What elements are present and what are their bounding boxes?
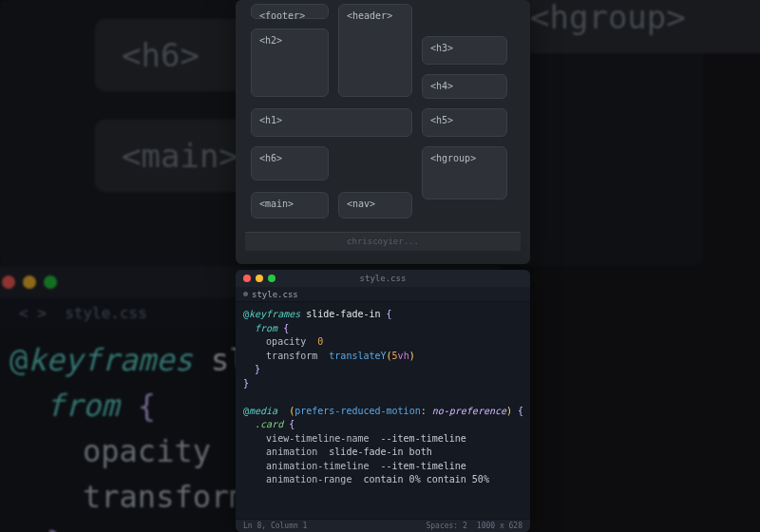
card-h6[interactable]: <h6> bbox=[251, 146, 329, 180]
preview-window[interactable]: <footer> <header> <h2> <h3> <h4> <h1> <h… bbox=[236, 0, 530, 264]
minimize-icon bbox=[23, 276, 36, 289]
status-size: 1000 x 628 bbox=[477, 522, 522, 530]
zoom-icon bbox=[44, 276, 57, 289]
close-icon bbox=[2, 276, 15, 289]
cards-canvas[interactable]: <footer> <header> <h2> <h3> <h4> <h1> <h… bbox=[245, 4, 521, 251]
zoom-icon[interactable] bbox=[268, 275, 276, 282]
card-h5[interactable]: <h5> bbox=[422, 108, 507, 137]
close-icon[interactable] bbox=[243, 275, 251, 282]
window-title: style.css bbox=[236, 274, 530, 283]
code-area[interactable]: @keyframes slide-fade-in { from { opacit… bbox=[236, 302, 530, 519]
card-h1[interactable]: <h1> bbox=[251, 108, 412, 137]
status-caret: Ln 8, Column 1 bbox=[243, 522, 307, 530]
bg-card: <hgroup> bbox=[504, 0, 760, 53]
card-hgroup[interactable]: <hgroup> bbox=[422, 146, 507, 200]
card-nav[interactable]: <nav> bbox=[338, 192, 412, 218]
address-bar[interactable]: chriscoyier... bbox=[245, 232, 521, 251]
tab-label[interactable]: style.css bbox=[252, 290, 298, 299]
card-footer[interactable]: <footer> bbox=[251, 4, 329, 19]
card-h4[interactable]: <h4> bbox=[422, 74, 507, 99]
bg-tab-label: style.css bbox=[65, 304, 147, 322]
card-main[interactable]: <main> bbox=[251, 192, 329, 218]
card-header[interactable]: <header> bbox=[338, 4, 412, 97]
tab-dirty-icon bbox=[243, 292, 248, 296]
editor-titlebar[interactable]: style.css bbox=[236, 270, 530, 287]
status-spaces: Spaces: 2 bbox=[426, 522, 466, 530]
editor-window[interactable]: style.css style.css @keyframes slide-fad… bbox=[236, 270, 530, 532]
status-bar: Ln 8, Column 1 Spaces: 2 1000 x 628 bbox=[236, 519, 530, 532]
foreground-layer: <footer> <header> <h2> <h3> <h4> <h1> <h… bbox=[236, 0, 530, 532]
card-h3[interactable]: <h3> bbox=[422, 36, 507, 65]
minimize-icon[interactable] bbox=[256, 275, 263, 282]
card-h2[interactable]: <h2> bbox=[251, 28, 329, 97]
editor-tabbar[interactable]: style.css bbox=[236, 287, 530, 302]
